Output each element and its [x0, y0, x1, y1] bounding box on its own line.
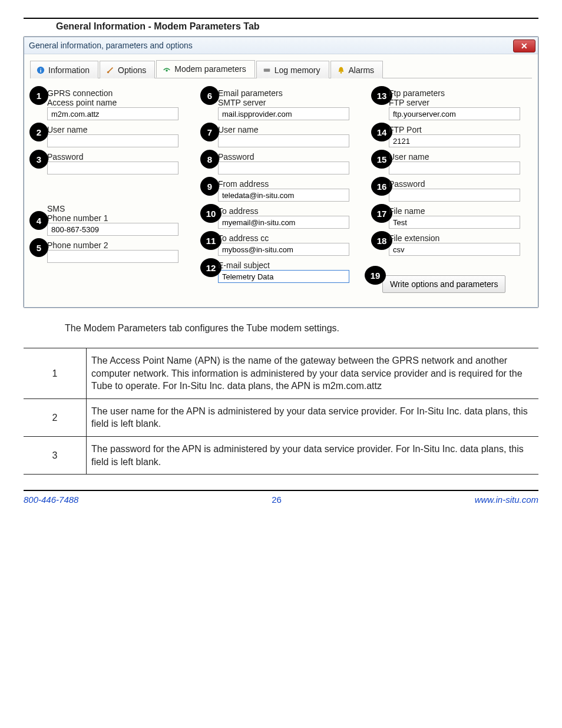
svg-rect-4 — [263, 68, 270, 71]
table-row: 1 The Access Point Name (APN) is the nam… — [24, 348, 538, 399]
gprs-heading: GPRS connection — [47, 88, 190, 98]
ftp-file-label: File name — [389, 206, 531, 216]
ftp-port-label: FTP Port — [389, 125, 531, 134]
gprs-pass-label: Password — [47, 152, 190, 162]
close-icon: ✕ — [521, 41, 528, 51]
sms-heading: SMS — [47, 204, 190, 213]
subject-label: E-mail subject — [218, 261, 361, 270]
gprs-pass-input[interactable] — [47, 162, 178, 174]
annotation-badge-4: 4 — [29, 211, 48, 230]
smtp-input[interactable] — [218, 107, 349, 120]
ftp-pass-input[interactable] — [389, 189, 520, 202]
svg-point-2 — [107, 71, 110, 73]
row-text: The Access Point Name (APN) is the name … — [87, 348, 539, 399]
ftp-pass-label: Password — [389, 179, 531, 189]
tab-options[interactable]: Options — [100, 61, 155, 78]
row-number: 2 — [24, 398, 87, 436]
parameter-description-table: 1 The Access Point Name (APN) is the nam… — [24, 348, 538, 475]
tab-information[interactable]: i Information — [30, 61, 98, 78]
tab-alarms[interactable]: Alarms — [330, 61, 384, 78]
modem-icon — [163, 65, 171, 73]
table-row: 3 The password for the APN is administer… — [24, 436, 538, 474]
bell-icon — [337, 66, 345, 74]
footer-url: www.in-situ.com — [475, 495, 538, 505]
window-title: General information, parameters and opti… — [29, 41, 193, 50]
tab-log-memory[interactable]: Log memory — [256, 61, 329, 78]
ftp-file-input[interactable] — [389, 216, 520, 229]
write-options-button[interactable]: Write options and parameters — [382, 275, 505, 293]
ftp-user-label: User name — [389, 152, 531, 162]
window-titlebar: General information, parameters and opti… — [24, 37, 538, 54]
annotation-badge-6: 6 — [200, 86, 219, 105]
info-icon: i — [37, 66, 45, 74]
ftp-ext-input[interactable] — [389, 243, 520, 256]
sms-p1-input[interactable] — [47, 223, 178, 236]
ftp-server-label: FTP server — [389, 98, 531, 107]
ftp-port-input[interactable] — [389, 134, 520, 147]
to-label: To address — [218, 206, 361, 216]
footer-page-number: 26 — [272, 495, 282, 505]
cc-label: To address cc — [218, 233, 361, 243]
email-user-label: User name — [218, 125, 361, 134]
annotation-badge-7: 7 — [200, 123, 219, 141]
annotation-badge-3: 3 — [29, 150, 48, 169]
table-row: 2 The user name for the APN is administe… — [24, 398, 538, 436]
sms-p2-label: Phone number 2 — [47, 241, 190, 250]
tab-modem-parameters[interactable]: Modem parameters — [156, 60, 254, 78]
ftp-heading: Ftp parameters — [389, 88, 531, 98]
email-user-input[interactable] — [218, 134, 349, 147]
from-input[interactable] — [218, 189, 349, 202]
apn-input[interactable] — [47, 107, 178, 120]
annotation-badge-9: 9 — [200, 177, 219, 196]
to-input[interactable] — [218, 216, 349, 229]
section-title: General Information - Modem Parameters T… — [56, 21, 538, 32]
ftp-server-input[interactable] — [389, 107, 520, 120]
gprs-user-label: User name — [47, 125, 190, 134]
tab-strip: i Information Options Modem parameters — [30, 60, 532, 78]
annotation-badge-5: 5 — [29, 238, 48, 257]
description-text: The Modem Parameters tab configures the … — [65, 323, 538, 334]
cc-input[interactable] — [218, 243, 349, 256]
options-icon — [106, 66, 114, 74]
sms-p2-input[interactable] — [47, 250, 178, 263]
email-pass-input[interactable] — [218, 162, 349, 174]
close-button[interactable]: ✕ — [513, 39, 535, 52]
svg-point-5 — [340, 72, 342, 74]
svg-text:i: i — [40, 67, 42, 73]
apn-label: Access point name — [47, 98, 190, 107]
footer-phone: 800-446-7488 — [24, 495, 78, 505]
sms-p1-label: Phone number 1 — [47, 213, 190, 223]
annotation-badge-2: 2 — [29, 123, 48, 141]
dialog-window: General information, parameters and opti… — [24, 37, 538, 308]
row-number: 3 — [24, 436, 87, 474]
annotation-badge-8: 8 — [200, 150, 219, 169]
svg-point-3 — [166, 70, 168, 72]
email-pass-label: Password — [218, 152, 361, 162]
log-icon — [263, 66, 271, 74]
ftp-user-input[interactable] — [389, 162, 520, 174]
email-heading: Email parameters — [218, 88, 361, 98]
page-footer: 800-446-7488 26 www.in-situ.com — [24, 490, 538, 505]
ftp-ext-label: File extension — [389, 233, 531, 243]
row-number: 1 — [24, 348, 87, 399]
annotation-badge-19: 19 — [365, 266, 386, 285]
row-text: The user name for the APN is administere… — [87, 398, 539, 436]
row-text: The password for the APN is administered… — [87, 436, 539, 474]
from-label: From address — [218, 179, 361, 189]
annotation-badge-1: 1 — [29, 86, 48, 105]
gprs-user-input[interactable] — [47, 134, 178, 147]
subject-input[interactable] — [218, 270, 349, 283]
smtp-label: SMTP server — [218, 98, 361, 107]
